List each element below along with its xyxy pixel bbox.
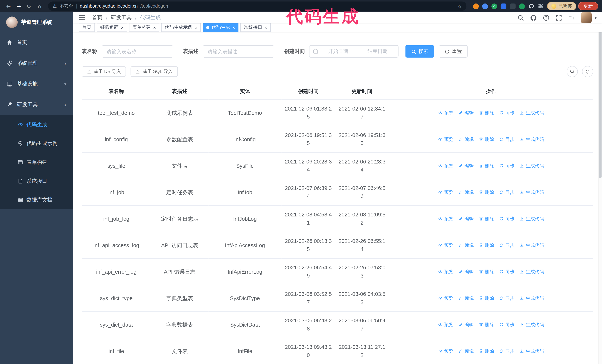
tab-close-icon[interactable]: × bbox=[195, 25, 197, 30]
delete-action[interactable]: 删除 bbox=[479, 109, 494, 117]
help-icon[interactable] bbox=[543, 14, 549, 21]
paused-extension-badge[interactable]: 已暂停 bbox=[547, 2, 576, 10]
browser-update-button[interactable]: 更新 bbox=[578, 2, 598, 10]
edit-action[interactable]: 编辑 bbox=[458, 321, 474, 329]
generate-code-action[interactable]: 生成代码 bbox=[519, 241, 544, 250]
delete-action[interactable]: 删除 bbox=[479, 241, 494, 250]
start-date-placeholder[interactable]: 开始日期 bbox=[321, 48, 355, 55]
sidebar-item-home[interactable]: 首页 bbox=[0, 32, 73, 53]
tab-system-api[interactable]: 系统接口 × bbox=[240, 23, 271, 32]
edit-action[interactable]: 编辑 bbox=[458, 241, 474, 250]
sidebar-item-devtools[interactable]: 研发工具 ▴ bbox=[0, 94, 73, 115]
search-button[interactable]: 搜索 bbox=[406, 45, 434, 58]
preview-action[interactable]: 预览 bbox=[438, 241, 453, 250]
search-icon[interactable] bbox=[517, 14, 524, 21]
preview-action[interactable]: 预览 bbox=[438, 268, 453, 276]
delete-action[interactable]: 删除 bbox=[479, 268, 494, 276]
tab-close-icon[interactable]: × bbox=[153, 25, 156, 30]
delete-action[interactable]: 删除 bbox=[479, 294, 494, 302]
tab-form-builder[interactable]: 表单构建 × bbox=[129, 23, 159, 32]
table-desc-input[interactable] bbox=[203, 45, 274, 58]
extension-icon-orange[interactable] bbox=[473, 3, 479, 9]
preview-action[interactable]: 预览 bbox=[438, 215, 453, 223]
sync-action[interactable]: 同步 bbox=[499, 162, 515, 170]
generate-code-action[interactable]: 生成代码 bbox=[519, 162, 544, 170]
delete-action[interactable]: 删除 bbox=[479, 321, 494, 329]
generate-code-action[interactable]: 生成代码 bbox=[519, 321, 544, 329]
edit-action[interactable]: 编辑 bbox=[458, 347, 474, 355]
toggle-search-button[interactable] bbox=[567, 66, 578, 77]
preview-action[interactable]: 预览 bbox=[438, 109, 453, 117]
edit-action[interactable]: 编辑 bbox=[458, 162, 474, 170]
sidebar-item-system-api[interactable]: 系统接口 bbox=[0, 171, 73, 190]
address-bar[interactable]: ⚠ 不安全 | dashboard.yudao.iocoder.cn/tool/… bbox=[48, 1, 466, 11]
extension-icon-green[interactable] bbox=[519, 3, 525, 9]
sync-action[interactable]: 同步 bbox=[499, 215, 515, 223]
tab-close-icon[interactable]: × bbox=[265, 25, 267, 30]
preview-action[interactable]: 预览 bbox=[438, 188, 453, 197]
sidebar-item-codegen-example[interactable]: 代码生成示例 bbox=[0, 134, 73, 153]
tab-close-icon[interactable]: × bbox=[232, 25, 235, 30]
sync-action[interactable]: 同步 bbox=[499, 347, 515, 355]
extension-icon-blue-square[interactable] bbox=[501, 3, 506, 9]
generate-code-action[interactable]: 生成代码 bbox=[519, 268, 544, 276]
edit-action[interactable]: 编辑 bbox=[458, 135, 474, 144]
fullscreen-icon[interactable] bbox=[556, 14, 562, 21]
breadcrumb-devtools[interactable]: 研发工具 bbox=[111, 14, 132, 21]
browser-forward-icon[interactable]: → bbox=[14, 1, 23, 11]
create-time-range-picker[interactable]: 开始日期 - 结束日期 bbox=[309, 45, 399, 58]
delete-action[interactable]: 删除 bbox=[479, 215, 494, 223]
import-sql-button[interactable]: 基于 SQL 导入 bbox=[130, 66, 177, 77]
edit-action[interactable]: 编辑 bbox=[458, 188, 474, 197]
edit-action[interactable]: 编辑 bbox=[458, 109, 474, 117]
delete-action[interactable]: 删除 bbox=[479, 188, 494, 197]
sync-action[interactable]: 同步 bbox=[499, 241, 515, 250]
sidebar-item-system[interactable]: 系统管理 ▾ bbox=[0, 53, 73, 74]
scrollbar-thumb[interactable] bbox=[599, 13, 602, 178]
generate-code-action[interactable]: 生成代码 bbox=[519, 109, 544, 117]
import-db-button[interactable]: 基于 DB 导入 bbox=[82, 66, 126, 77]
tab-codegen-example[interactable]: 代码生成示例 × bbox=[161, 23, 201, 32]
sync-action[interactable]: 同步 bbox=[499, 268, 515, 276]
generate-code-action[interactable]: 生成代码 bbox=[519, 135, 544, 144]
avatar-caret-icon[interactable]: ▾ bbox=[595, 16, 597, 20]
extension-icon-green-check[interactable]: ✓ bbox=[491, 3, 497, 9]
sidebar-item-form-builder[interactable]: 表单构建 bbox=[0, 153, 73, 172]
sidebar-logo[interactable]: 芋道管理系统 bbox=[0, 12, 73, 32]
generate-code-action[interactable]: 生成代码 bbox=[519, 294, 544, 302]
browser-back-icon[interactable]: ← bbox=[4, 1, 13, 11]
vertical-scrollbar[interactable] bbox=[599, 12, 602, 364]
tab-home[interactable]: 首页 bbox=[79, 23, 95, 32]
delete-action[interactable]: 删除 bbox=[479, 135, 494, 144]
font-size-icon[interactable]: TT bbox=[568, 14, 575, 21]
delete-action[interactable]: 删除 bbox=[479, 347, 494, 355]
preview-action[interactable]: 预览 bbox=[438, 347, 453, 355]
github-extension-icon[interactable] bbox=[528, 3, 534, 9]
generate-code-action[interactable]: 生成代码 bbox=[519, 188, 544, 197]
sync-action[interactable]: 同步 bbox=[499, 294, 515, 302]
extension-icon-dark-square[interactable] bbox=[510, 3, 516, 9]
github-icon[interactable] bbox=[530, 14, 537, 21]
user-avatar[interactable] bbox=[581, 12, 592, 23]
edit-action[interactable]: 编辑 bbox=[458, 294, 474, 302]
extension-icon-blue[interactable] bbox=[482, 3, 488, 9]
tab-trace[interactable]: 链路追踪 × bbox=[97, 23, 127, 32]
refresh-table-button[interactable] bbox=[582, 66, 593, 77]
browser-reload-icon[interactable]: ⟳ bbox=[25, 1, 34, 11]
table-name-input[interactable] bbox=[101, 45, 173, 58]
sidebar-item-codegen[interactable]: 代码生成 bbox=[0, 115, 73, 134]
delete-action[interactable]: 删除 bbox=[479, 162, 494, 170]
generate-code-action[interactable]: 生成代码 bbox=[519, 215, 544, 223]
sidebar-item-infra[interactable]: 基础设施 ▾ bbox=[0, 74, 73, 94]
generate-code-action[interactable]: 生成代码 bbox=[519, 347, 544, 355]
sync-action[interactable]: 同步 bbox=[499, 135, 515, 144]
end-date-placeholder[interactable]: 结束日期 bbox=[360, 48, 395, 55]
edit-action[interactable]: 编辑 bbox=[458, 268, 474, 276]
reset-button[interactable]: 重置 bbox=[439, 45, 468, 58]
sync-action[interactable]: 同步 bbox=[499, 109, 515, 117]
preview-action[interactable]: 预览 bbox=[438, 321, 453, 329]
preview-action[interactable]: 预览 bbox=[438, 294, 453, 302]
hamburger-icon[interactable] bbox=[78, 14, 86, 21]
extensions-puzzle-icon[interactable] bbox=[538, 3, 543, 9]
edit-action[interactable]: 编辑 bbox=[458, 215, 474, 223]
